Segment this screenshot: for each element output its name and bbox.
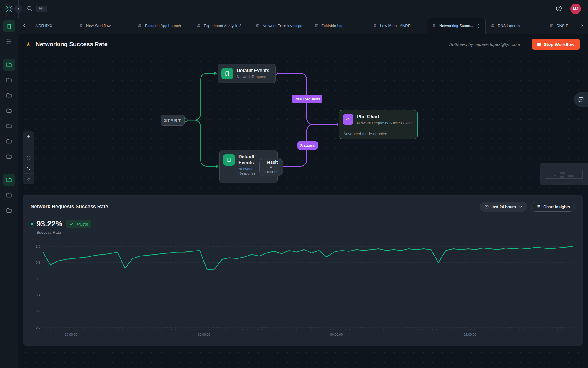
device-icon [6,23,12,29]
sidebar-item-folder-13[interactable] [3,204,15,217]
sidebar-item-folder-4[interactable] [3,74,15,86]
tab-networking-succe[interactable]: Networking Succe...⋮ [427,18,486,34]
trend-up-icon [69,222,74,226]
svg-text:06:00:00: 06:00:00 [330,333,343,336]
success-rate-line-chart: 1.00.80.60.40.20.018:00:0000:00:0006:00:… [31,243,575,340]
node-plot-chart[interactable]: Plot Chart Network Requests Success Rate… [339,110,418,139]
edge-label-total-requests[interactable]: Total Requests [292,95,322,103]
sidebar-item-folder-8[interactable] [3,135,15,147]
workflow-icon [196,24,201,28]
tab-foldable-app-launch[interactable]: Foldable App Launch [133,18,192,34]
authored-by-text: Authored by mjuarezlopez@lyft.com [449,42,520,47]
tab-label: Network Error Investiga... [263,24,305,28]
chevron-down-icon [519,205,523,209]
sidebar-item-folder-11[interactable] [3,174,15,186]
edge-label-success[interactable]: Success [297,141,318,150]
node-note: Advanced mode enabled [343,132,414,136]
node-subtitle: Network Request [237,74,269,79]
workflow-icon [490,24,495,28]
folder-icon [6,177,12,183]
insights-icon [536,204,541,209]
redo-icon [26,177,31,181]
tab-label: DNS Latency [498,24,520,28]
tab-label: Foldable Log [321,24,343,28]
favorite-star-icon[interactable]: ★ [26,41,31,48]
sidebar-item-list-1[interactable] [3,35,15,48]
workflow-icon [373,24,377,28]
chart-panel: Network Requests Success Rate last 24 ho… [23,195,583,346]
svg-text:1.0: 1.0 [36,245,40,248]
tabs-scroll-left-button[interactable] [18,18,30,34]
topbar: ⌘K MJ [0,0,588,18]
tab-experiment-analysis-2[interactable]: Experiment Analysis 2 [192,18,250,34]
folder-icon [6,62,12,68]
tab-foldable-log[interactable]: Foldable Log [309,18,368,34]
tab-dns-latency[interactable]: DNS Latency [486,18,544,34]
fit-view-button[interactable] [23,152,34,163]
search-icon [26,5,33,13]
tab-label: Experiment Analysis 2 [204,24,241,28]
folder-icon [6,207,12,214]
folder-icon [6,77,12,83]
series-color-dot [31,223,33,225]
tab-ndr-5xx[interactable]: .NDR 5XX [30,18,74,34]
sidebar-divider [4,168,14,168]
tab-low-mem-andr[interactable]: Low Mem - ANDR [368,18,427,34]
chart-insights-button[interactable]: Chart Insights [531,202,575,212]
chat-assistant-button[interactable] [574,92,588,107]
tab-menu-icon[interactable]: ⋮ [477,24,481,28]
sidebar-item-folder-12[interactable] [3,189,15,201]
canvas-minimap[interactable] [540,163,588,185]
metric-value: 93.22% [36,219,62,228]
chevron-left-icon [22,24,26,28]
bookmark-icon [221,68,233,79]
chevron-right-icon [17,7,20,11]
folder-icon [6,192,12,198]
folder-icon [6,107,12,114]
stop-workflow-button[interactable]: Stop Workflow [532,39,580,50]
bookmark-icon [223,154,235,166]
sidebar-collapse-button[interactable] [14,5,22,13]
help-icon [555,5,562,12]
stop-icon [537,43,541,46]
svg-text:0.6: 0.6 [36,277,40,281]
tab-label: Low Mem - ANDR [380,24,411,28]
tab-label: Networking Succe... [439,24,473,28]
redo-button[interactable] [23,174,34,184]
time-range-dropdown[interactable]: last 24 hours [480,202,527,212]
tabs-scroll-right-button[interactable] [576,18,588,34]
sidebar-item-folder-6[interactable] [3,105,15,117]
main-content: .NDR 5XXNew WorkflowFoldable App LaunchE… [18,18,588,368]
global-search[interactable]: ⌘K [26,5,47,13]
tab-label: .NDR 5XX [35,24,52,28]
node-default-events-request[interactable]: Default Events Network Request [218,64,276,83]
node-title: Default Events [237,68,269,74]
fit-view-icon [26,155,31,160]
node-default-events-response[interactable]: Default Events Network Response _result … [219,150,278,183]
tab-network-error-investiga[interactable]: Network Error Investiga... [250,18,309,34]
tab-dns-f[interactable]: DNS F [544,18,576,34]
sidebar-item-folder-3[interactable] [3,59,15,71]
svg-text:0.4: 0.4 [36,293,40,297]
help-button[interactable] [555,5,562,13]
sidebar-divider [4,53,14,53]
node-title: Default Events [238,154,256,166]
minus-icon [26,145,31,150]
start-node[interactable]: START [161,115,185,126]
user-avatar[interactable]: MJ [570,4,581,14]
sidebar [0,18,18,368]
sidebar-item-folder-7[interactable] [3,120,15,132]
tab-new-workflow[interactable]: New Workflow [74,18,133,34]
sidebar-item-folder-9[interactable] [3,150,15,163]
workflow-title: Networking Success Rate [36,41,108,48]
workflow-canvas[interactable]: START Default Events Network Request Tot… [18,54,588,368]
svg-text:0.2: 0.2 [36,309,40,313]
sidebar-item-folder-5[interactable] [3,89,15,102]
svg-text:0.8: 0.8 [36,261,40,264]
sidebar-item-device-0[interactable] [3,20,15,32]
undo-button[interactable] [23,163,34,174]
zoom-out-button[interactable] [23,142,34,152]
workflow-icon [432,24,436,28]
tab-bar: .NDR 5XXNew WorkflowFoldable App LaunchE… [18,18,588,34]
zoom-in-button[interactable] [23,131,34,142]
